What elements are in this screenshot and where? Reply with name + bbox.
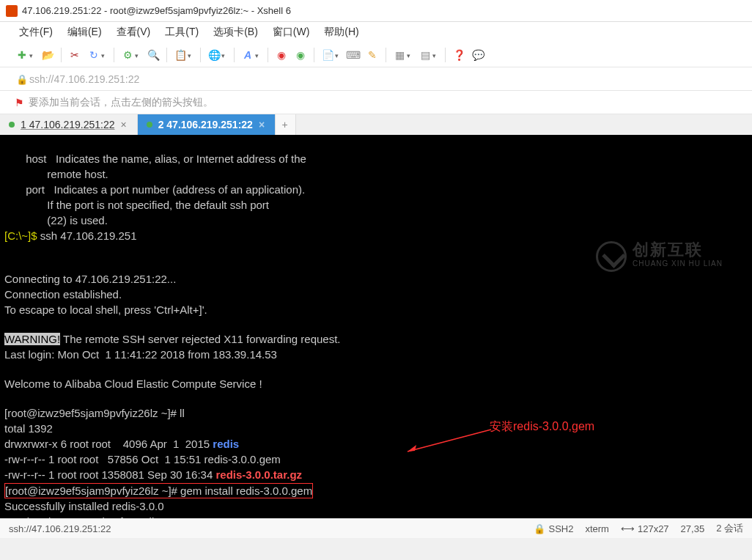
keyboard-button[interactable]: ⌨	[344, 47, 362, 63]
terminal-line: port Indicates a port number (address of…	[4, 183, 305, 196]
globe-button[interactable]: 🌐▾	[205, 47, 229, 63]
status-dot-icon	[9, 122, 15, 128]
flag-icon[interactable]: ⚑	[15, 97, 24, 108]
archive-name: redis-3.0.0.tar.gz	[215, 468, 302, 481]
terminal-line: ll	[180, 407, 185, 419]
session-tab-1[interactable]: 1 47.106.219.251:22 ×	[0, 114, 138, 135]
remote-prompt: [root@izwz9ef5sjam9pvfyiz26lz ~]#	[4, 407, 180, 419]
terminal-line: ssh 47.106.219.251	[40, 229, 137, 242]
menu-help[interactable]: 帮助(H)	[320, 24, 363, 40]
window-title: 47.106.219.251:22 - root@izwz9ef5sjam9pv…	[22, 5, 291, 16]
terminal-line: remote host.	[4, 168, 108, 180]
new-session-button[interactable]: ✚▾	[13, 47, 37, 63]
dir-name: redis	[213, 438, 239, 450]
terminal-line: -rw-r--r-- 1 root root 57856 Oct 1 15:51…	[4, 453, 281, 465]
tab-close-icon[interactable]: ×	[259, 119, 265, 130]
startlog-button[interactable]: 📄▾	[319, 47, 343, 63]
status-term: xterm	[585, 523, 609, 534]
watermark-subtext: CHUANG XIN HU LIAN	[633, 257, 723, 270]
local-prompt: [C:\~]$	[4, 229, 40, 242]
watermark-logo-icon	[596, 241, 627, 272]
titlebar: 47.106.219.251:22 - root@izwz9ef5sjam9pv…	[0, 0, 752, 22]
terminal-line: Parsing documentation for redis-3.0.0	[4, 515, 188, 518]
panels-button[interactable]: ▤▾	[416, 47, 440, 63]
status-dot-icon	[147, 122, 152, 128]
status-url: ssh://47.106.219.251:22	[9, 523, 522, 534]
search-button[interactable]: 🔍	[144, 47, 162, 63]
status-protocol: 🔒SSH2	[534, 523, 573, 534]
infobar: ⚑ 要添加当前会话，点击左侧的箭头按钮。	[0, 91, 752, 114]
tab-label: 2 47.106.219.251:22	[158, 119, 253, 130]
svg-marker-1	[408, 445, 416, 452]
terminal-line: To escape to local shell, press 'Ctrl+Al…	[4, 303, 207, 316]
annotation-arrow-icon	[403, 427, 498, 456]
info-message: 要添加当前会话，点击左侧的箭头按钮。	[29, 96, 213, 109]
terminal[interactable]: host Indicates the name, alias, or Inter…	[0, 135, 752, 518]
terminal-line: Connecting to 47.106.219.251:22...	[4, 273, 176, 285]
open-button[interactable]: 📂	[39, 47, 56, 63]
comment-button[interactable]: 💬	[469, 47, 487, 63]
svg-line-0	[408, 430, 491, 452]
terminal-line: Last login: Mon Oct 1 11:41:22 2018 from…	[4, 348, 277, 361]
toolbar: ✚▾ 📂 ✂ ↻▾ ⚙▾ 🔍 📋▾ 🌐▾ A▾ ◉ ◉ 📄▾ ⌨ ✎ ▦▾ ▤▾…	[0, 43, 752, 67]
font-button[interactable]: A▾	[239, 47, 263, 63]
watermark: 创新互联 CHUANG XIN HU LIAN	[596, 241, 723, 272]
lock-icon: 🔒	[534, 523, 545, 534]
addressbar: 🔒 ssh://47.106.219.251:22	[0, 67, 752, 91]
props-button[interactable]: ⚙▾	[119, 47, 143, 63]
status-size: ⟷ 127x27	[621, 523, 669, 534]
paste-button[interactable]: 📋▾	[172, 47, 196, 63]
menu-file[interactable]: 文件(F)	[15, 24, 57, 40]
terminal-line: Successfully installed redis-3.0.0	[4, 500, 164, 512]
terminal-line: drwxrwxr-x 6 root root 4096 Apr 1 2015	[4, 438, 213, 450]
lock-icon: 🔒	[16, 74, 26, 84]
tab-label: 1 47.106.219.251:22	[21, 119, 114, 130]
menu-view[interactable]: 查看(V)	[112, 24, 155, 40]
help-button[interactable]: ❓	[450, 47, 468, 63]
highlighted-command: [root@izwz9ef5sjam9pvfyiz26lz ~]# gem in…	[4, 483, 313, 498]
app-icon	[6, 5, 18, 17]
menu-tabs[interactable]: 选项卡(B)	[209, 24, 262, 40]
address-url[interactable]: ssh://47.106.219.251:22	[29, 73, 139, 85]
terminal-line: host Indicates the name, alias, or Inter…	[4, 152, 306, 165]
statusbar: ssh://47.106.219.251:22 🔒SSH2 xterm ⟷ 12…	[0, 518, 752, 538]
cut-button[interactable]: ✂	[66, 47, 84, 63]
annotation-label: 安装redis-3.0.0,gem	[490, 419, 594, 433]
session-tab-2[interactable]: 2 47.106.219.251:22 ×	[138, 114, 276, 135]
watermark-text: 创新互联	[633, 243, 723, 257]
tabstrip: 1 47.106.219.251:22 × 2 47.106.219.251:2…	[0, 114, 752, 135]
status-pos: 27,35	[681, 523, 705, 534]
highlight-button[interactable]: ✎	[364, 47, 381, 63]
terminal-line: The remote SSH server rejected X11 forwa…	[60, 333, 340, 345]
tab-close-icon[interactable]: ×	[120, 119, 126, 130]
terminal-line: Welcome to Alibaba Cloud Elastic Compute…	[4, 377, 262, 390]
terminal-line: If the port is not specified, the defaul…	[4, 199, 269, 211]
menu-edit[interactable]: 编辑(E)	[63, 24, 106, 40]
add-tab-button[interactable]: +	[276, 114, 296, 135]
green-circle-button[interactable]: ◉	[292, 47, 309, 63]
terminal-line: Connection established.	[4, 288, 122, 301]
warning-label: WARNING!	[4, 333, 60, 345]
terminal-line: -rw-r--r-- 1 root root 1358081 Sep 30 16…	[4, 468, 215, 481]
layout-button[interactable]: ▦▾	[391, 47, 415, 63]
red-circle-button[interactable]: ◉	[273, 47, 290, 63]
status-sessions: 2 会话	[716, 522, 743, 535]
menubar: 文件(F) 编辑(E) 查看(V) 工具(T) 选项卡(B) 窗口(W) 帮助(…	[0, 22, 752, 43]
terminal-line: (22) is used.	[4, 214, 108, 226]
menu-window[interactable]: 窗口(W)	[268, 24, 314, 40]
menu-tools[interactable]: 工具(T)	[161, 24, 203, 40]
terminal-line: total 1392	[4, 422, 53, 435]
reconnect-button[interactable]: ↻▾	[85, 47, 109, 63]
